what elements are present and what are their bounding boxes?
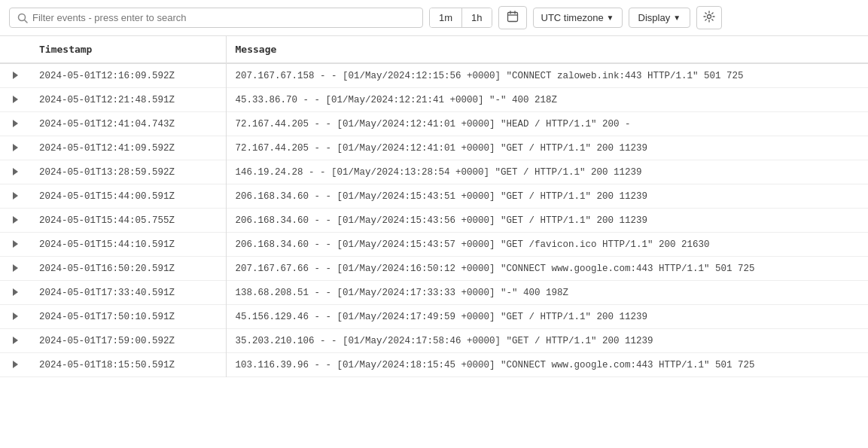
chevron-right-icon <box>13 168 18 175</box>
expand-arrow-icon[interactable] <box>13 361 18 370</box>
expand-cell[interactable] <box>0 209 30 233</box>
timestamp-header: Timestamp <box>30 36 226 63</box>
expand-cell[interactable] <box>0 160 30 184</box>
expand-arrow-icon[interactable] <box>13 313 18 322</box>
expand-arrow-icon[interactable] <box>13 169 18 177</box>
timestamp-cell: 2024-05-01T17:50:10.591Z <box>30 305 226 329</box>
table-row: 2024-05-01T16:50:20.591Z207.167.67.66 - … <box>0 257 868 281</box>
expand-cell[interactable] <box>0 353 30 377</box>
chevron-right-icon <box>13 312 18 320</box>
expand-arrow-icon[interactable] <box>13 337 18 346</box>
expand-arrow-icon[interactable] <box>13 120 18 129</box>
settings-icon <box>703 12 715 25</box>
timezone-dropdown-icon: ▼ <box>607 14 614 22</box>
message-cell: 206.168.34.60 - - [01/May/2024:15:43:56 … <box>226 209 868 233</box>
timestamp-cell: 2024-05-01T16:50:20.591Z <box>30 257 226 281</box>
display-label: Display <box>638 12 671 23</box>
expand-arrow-icon[interactable] <box>13 193 18 201</box>
message-cell: 138.68.208.51 - - [01/May/2024:17:33:33 … <box>226 281 868 305</box>
expand-cell[interactable] <box>0 257 30 281</box>
expand-cell[interactable] <box>0 281 30 305</box>
message-cell: 35.203.210.106 - - [01/May/2024:17:58:46… <box>226 329 868 353</box>
expand-cell[interactable] <box>0 88 30 112</box>
table-row: 2024-05-01T17:50:10.591Z45.156.129.46 - … <box>0 305 868 329</box>
expand-arrow-icon[interactable] <box>13 96 18 105</box>
timestamp-cell: 2024-05-01T17:33:40.591Z <box>30 281 226 305</box>
timestamp-cell: 2024-05-01T15:44:10.591Z <box>30 233 226 257</box>
timezone-button[interactable]: UTC timezone ▼ <box>533 8 623 28</box>
message-cell: 45.156.129.46 - - [01/May/2024:17:49:59 … <box>226 305 868 329</box>
timestamp-cell: 2024-05-01T12:41:04.743Z <box>30 112 226 136</box>
chevron-right-icon <box>13 216 18 224</box>
display-dropdown-icon: ▼ <box>673 14 681 22</box>
timestamp-cell: 2024-05-01T13:28:59.592Z <box>30 160 226 184</box>
time-buttons: 1m 1h <box>429 8 492 28</box>
chevron-right-icon <box>13 192 18 200</box>
time-1h-button[interactable]: 1h <box>461 8 491 27</box>
table-row: 2024-05-01T12:16:09.592Z207.167.67.158 -… <box>0 63 868 88</box>
search-icon <box>17 13 28 23</box>
expand-cell[interactable] <box>0 63 30 88</box>
expand-cell[interactable] <box>0 329 30 353</box>
message-cell: 207.167.67.158 - - [01/May/2024:12:15:56… <box>226 63 868 88</box>
expand-cell[interactable] <box>0 233 30 257</box>
events-table-container: Timestamp Message 2024-05-01T12:16:09.59… <box>0 36 868 447</box>
settings-button[interactable] <box>696 6 722 29</box>
expand-arrow-icon[interactable] <box>13 145 18 153</box>
table-row: 2024-05-01T17:33:40.591Z138.68.208.51 - … <box>0 281 868 305</box>
chevron-right-icon <box>13 240 18 248</box>
table-header-row: Timestamp Message <box>0 36 868 63</box>
table-row: 2024-05-01T15:44:10.591Z206.168.34.60 - … <box>0 233 868 257</box>
message-header: Message <box>226 36 868 63</box>
table-row: 2024-05-01T15:44:00.591Z206.168.34.60 - … <box>0 184 868 209</box>
table-row: 2024-05-01T12:41:04.743Z72.167.44.205 - … <box>0 112 868 136</box>
timestamp-cell: 2024-05-01T12:41:09.592Z <box>30 136 226 160</box>
chevron-right-icon <box>13 120 18 127</box>
svg-point-6 <box>708 15 711 19</box>
message-cell: 206.168.34.60 - - [01/May/2024:15:43:57 … <box>226 233 868 257</box>
timestamp-cell: 2024-05-01T12:16:09.592Z <box>30 63 226 88</box>
chevron-right-icon <box>13 144 18 151</box>
timestamp-cell: 2024-05-01T18:15:50.591Z <box>30 353 226 377</box>
chevron-right-icon <box>13 96 18 103</box>
table-row: 2024-05-01T13:28:59.592Z146.19.24.28 - -… <box>0 160 868 184</box>
chevron-right-icon <box>13 72 18 79</box>
message-cell: 72.167.44.205 - - [01/May/2024:12:41:01 … <box>226 112 868 136</box>
expand-arrow-icon[interactable] <box>13 72 18 81</box>
message-cell: 146.19.24.28 - - [01/May/2024:13:28:54 +… <box>226 160 868 184</box>
chevron-right-icon <box>13 337 18 344</box>
message-cell: 45.33.86.70 - - [01/May/2024:12:21:41 +0… <box>226 88 868 112</box>
table-row: 2024-05-01T12:21:48.591Z45.33.86.70 - - … <box>0 88 868 112</box>
toolbar: 1m 1h UTC timezone ▼ Display ▼ <box>0 0 868 36</box>
calendar-icon <box>507 13 519 25</box>
chevron-right-icon <box>13 361 18 368</box>
expand-arrow-icon[interactable] <box>13 265 18 273</box>
message-cell: 207.167.67.66 - - [01/May/2024:16:50:12 … <box>226 257 868 281</box>
expand-cell[interactable] <box>0 184 30 209</box>
timezone-label: UTC timezone <box>541 12 604 23</box>
display-button[interactable]: Display ▼ <box>629 8 691 28</box>
message-cell: 72.167.44.205 - - [01/May/2024:12:41:01 … <box>226 136 868 160</box>
timestamp-cell: 2024-05-01T12:21:48.591Z <box>30 88 226 112</box>
expand-arrow-icon[interactable] <box>13 241 18 249</box>
message-cell: 103.116.39.96 - - [01/May/2024:18:15:45 … <box>226 353 868 377</box>
message-cell: 206.168.34.60 - - [01/May/2024:15:43:51 … <box>226 184 868 209</box>
timestamp-cell: 2024-05-01T15:44:00.591Z <box>30 184 226 209</box>
events-table: Timestamp Message 2024-05-01T12:16:09.59… <box>0 36 868 377</box>
chevron-right-icon <box>13 264 18 272</box>
expand-cell[interactable] <box>0 112 30 136</box>
table-row: 2024-05-01T17:59:00.592Z35.203.210.106 -… <box>0 329 868 353</box>
timestamp-cell: 2024-05-01T15:44:05.755Z <box>30 209 226 233</box>
search-input[interactable] <box>32 12 415 23</box>
chevron-right-icon <box>13 288 18 296</box>
expand-cell[interactable] <box>0 136 30 160</box>
svg-line-1 <box>25 20 28 23</box>
svg-rect-2 <box>507 13 517 22</box>
search-box[interactable] <box>9 8 423 28</box>
calendar-button[interactable] <box>498 6 527 29</box>
time-1m-button[interactable]: 1m <box>430 8 461 27</box>
expand-arrow-icon[interactable] <box>13 217 18 225</box>
expand-header <box>0 36 30 63</box>
expand-cell[interactable] <box>0 305 30 329</box>
expand-arrow-icon[interactable] <box>13 289 18 297</box>
